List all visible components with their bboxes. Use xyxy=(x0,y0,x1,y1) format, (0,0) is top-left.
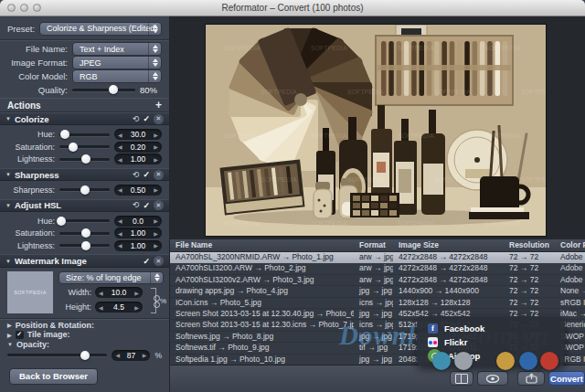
table-row[interactable]: drawing apps.jpg → Photo_4.jpgjpg → jpg1… xyxy=(170,286,585,297)
file-table-header[interactable]: File NameFormatImage SizeResolutionColor… xyxy=(170,239,585,252)
table-cell: ICon.icns → Photo_5.jpg xyxy=(170,298,354,308)
color-dot[interactable] xyxy=(432,352,451,370)
reset-icon[interactable]: ⟲ xyxy=(133,115,140,123)
watermark-thumbnail[interactable]: SOFTPEDIA xyxy=(7,271,53,313)
color-model-row: Color Model: RGB xyxy=(0,69,169,83)
color-dot[interactable] xyxy=(496,352,515,370)
color-model-dropdown[interactable]: RGB xyxy=(72,69,162,83)
saturation-slider[interactable] xyxy=(59,145,110,148)
width-stepper[interactable]: ◀10.0▶ xyxy=(95,287,143,298)
hsl-lightness-stepper[interactable]: ◀1.00▶ xyxy=(114,240,162,251)
sharpness-stepper[interactable]: ◀0.50▶ xyxy=(114,185,162,196)
disclosure-icon[interactable]: ▼ xyxy=(5,172,11,177)
colorize-saturation-row: Saturation: ◀0.20▶ xyxy=(0,141,169,154)
quality-value: 80% xyxy=(140,85,162,95)
column-header[interactable]: Format xyxy=(354,239,393,251)
color-dot[interactable] xyxy=(519,352,537,370)
table-cell: jpg → jpg xyxy=(354,332,393,342)
hsl-lightness-slider[interactable] xyxy=(59,244,110,247)
table-cell: 4272x2848 → 4272x2848 xyxy=(393,263,504,273)
check-icon[interactable]: ✓ xyxy=(143,114,150,123)
reset-icon[interactable]: ⟲ xyxy=(133,201,140,209)
close-button[interactable] xyxy=(7,4,16,12)
facebook-icon: f xyxy=(428,323,438,334)
convert-button[interactable]: Convert xyxy=(548,371,585,386)
quality-slider[interactable] xyxy=(72,89,135,91)
column-header[interactable]: File Name xyxy=(170,239,354,251)
check-icon[interactable]: ✓ xyxy=(143,201,150,210)
size-mode-dropdown[interactable]: Size: % of long edge xyxy=(58,271,164,284)
table-cell: 72 → 72 xyxy=(504,286,555,296)
color-dot[interactable] xyxy=(540,352,558,370)
image-format-dropdown[interactable]: JPEG xyxy=(72,56,162,69)
disclosure-icon[interactable]: ▼ xyxy=(5,116,11,122)
remove-icon[interactable]: ✕ xyxy=(154,200,164,210)
table-cell: 4272x2848 → 4272x2848 xyxy=(393,275,504,285)
check-icon[interactable]: ✓ xyxy=(143,257,150,266)
height-stepper[interactable]: ◀4.5▶ xyxy=(95,302,143,313)
lightness-stepper[interactable]: ◀1.00▶ xyxy=(114,154,162,164)
preset-dropdown[interactable]: Colorize & Sharpness (Edited) xyxy=(39,22,162,36)
zoom-button[interactable] xyxy=(33,4,41,12)
preset-row: Preset: Colorize & Sharpness (Edited) xyxy=(0,16,169,37)
svg-text:SOFTPEDIA: SOFTPEDIA xyxy=(521,89,546,95)
unit-label: % xyxy=(160,297,166,305)
disclosure-icon[interactable]: ▼ xyxy=(5,203,11,208)
disclosure-icon[interactable]: ▼ xyxy=(5,259,11,264)
lightness-slider[interactable] xyxy=(59,158,110,161)
table-row[interactable]: ICon.icns → Photo_5.jpgicns → jpg128x128… xyxy=(170,298,585,309)
table-cell: None → xyxy=(555,286,585,296)
dropdown-arrows-icon xyxy=(148,57,161,69)
column-header[interactable]: Image Size xyxy=(393,239,504,251)
filename-dropdown[interactable]: Text + Index xyxy=(72,42,162,56)
color-dot[interactable] xyxy=(454,352,473,370)
hsl-saturation-slider[interactable] xyxy=(59,232,110,235)
dropdown-arrows-icon xyxy=(148,23,161,35)
paint-palette xyxy=(350,193,399,217)
tile-image-row[interactable]: ▶ ✓ Tile image: xyxy=(0,330,169,339)
sharpness-slider[interactable] xyxy=(59,188,110,191)
opacity-row[interactable]: ▼ Opacity: xyxy=(0,340,169,349)
reset-icon[interactable]: ⟲ xyxy=(133,171,140,179)
dropdown-arrows-icon xyxy=(150,272,163,283)
table-cell: 72 → 72 xyxy=(504,263,555,273)
hsl-hue-stepper[interactable]: ◀0.0▶ xyxy=(114,216,162,227)
preview-button[interactable] xyxy=(477,371,508,386)
table-row[interactable]: AA700hSLI3200v2.ARW → Photo_3.jpgarw → j… xyxy=(170,275,585,286)
image-format-row: Image Format: JPEG xyxy=(0,56,169,69)
main-panel: SOFTPEDIASOFTPEDIASOFTPEDIASOFTPEDIASOFT… xyxy=(170,16,585,392)
hsl-hue-slider[interactable] xyxy=(59,219,110,222)
hsl-saturation-stepper[interactable]: ◀1.00▶ xyxy=(114,228,162,238)
remove-icon[interactable]: ✕ xyxy=(154,170,164,180)
column-header[interactable]: Resolution xyxy=(504,239,555,251)
remove-icon[interactable]: ✕ xyxy=(154,256,164,266)
share-item-flickr[interactable]: Flickr xyxy=(428,335,565,349)
column-header[interactable]: Color Pro xyxy=(555,239,585,251)
table-cell: jpg → jpg xyxy=(354,286,393,296)
opacity-slider[interactable] xyxy=(7,354,107,356)
position-rotation-row[interactable]: ▶ Position & Rotation: xyxy=(0,321,169,330)
divider xyxy=(0,39,169,40)
table-row[interactable]: AA700hSLI3200.ARW → Photo_2.jpgarw → jpg… xyxy=(170,263,585,274)
check-icon[interactable]: ✓ xyxy=(143,170,150,179)
share-button[interactable] xyxy=(517,371,545,386)
disclosure-icon: ▶ xyxy=(7,332,12,338)
tile-checkbox[interactable]: ✓ xyxy=(16,331,24,339)
dropdown-arrows-icon xyxy=(148,43,161,55)
hue-slider[interactable] xyxy=(59,133,110,136)
add-action-button[interactable]: + xyxy=(155,99,162,111)
table-row[interactable]: AA700hSL_3200NRMID.ARW → Photo_1.jpgarw … xyxy=(170,252,585,263)
opacity-stepper[interactable]: ◀87▶ xyxy=(112,350,150,361)
compare-view-button[interactable] xyxy=(450,371,473,386)
remove-icon[interactable]: ✕ xyxy=(154,114,164,124)
table-cell: jpg → jpg xyxy=(354,309,393,319)
svg-text:SOFTPEDIA: SOFTPEDIA xyxy=(347,176,384,183)
minimize-button[interactable] xyxy=(20,4,28,12)
saturation-stepper[interactable]: ◀0.20▶ xyxy=(114,142,162,153)
share-item-facebook[interactable]: fFacebook xyxy=(428,322,565,335)
color-model-label: Color Model: xyxy=(7,71,68,81)
hue-stepper[interactable]: ◀30.0▶ xyxy=(114,129,162,140)
table-cell: drawing apps.jpg → Photo_4.jpg xyxy=(170,286,354,296)
table-cell: Screen Shot 2013-03-15 at 12.30.icns → P… xyxy=(170,320,354,330)
back-to-browser-button[interactable]: Back to Browser xyxy=(9,368,98,385)
